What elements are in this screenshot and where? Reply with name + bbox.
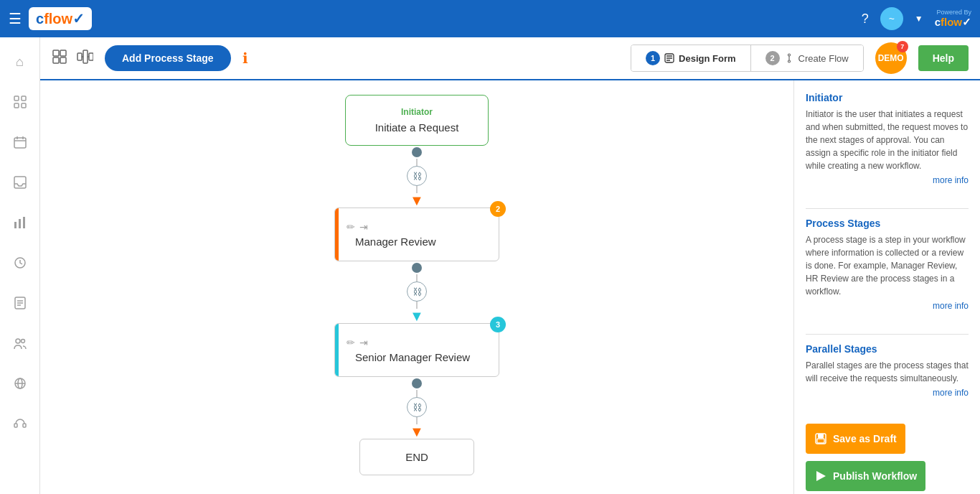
connector-line-5: [416, 390, 418, 397]
svg-rect-10: [19, 219, 21, 228]
tab2-label: Create Flow: [798, 53, 849, 64]
logo-text: cflow✓: [36, 10, 85, 27]
parallel-stages-section: Parallel Stages Parallel stages are the …: [806, 343, 969, 398]
save-draft-label: Save as Draft: [833, 433, 897, 444]
initiator-info-section: Initiator Initiator is the user that ini…: [806, 92, 969, 185]
publish-workflow-button[interactable]: Publish Workflow: [806, 461, 925, 491]
demo-avatar[interactable]: DEMO 7: [875, 42, 907, 74]
svg-rect-11: [23, 217, 25, 228]
sidebar-item-headset[interactable]: [7, 411, 33, 437]
connector-3: ⛓ ▼: [407, 377, 427, 439]
initiator-more-info[interactable]: more info: [806, 175, 969, 185]
sidebar-item-inbox[interactable]: [7, 169, 33, 195]
manager-accent: [335, 208, 339, 261]
notification-badge: 7: [897, 41, 908, 52]
forward-icon-2[interactable]: ⇥: [359, 337, 368, 348]
svg-point-38: [788, 60, 790, 62]
save-icon: [814, 432, 827, 445]
initiator-title: Initiate a Request: [374, 121, 459, 134]
sidebar-item-history[interactable]: [7, 250, 33, 276]
manager-review-node[interactable]: 2 ✏ ⇥ Manager Review: [334, 208, 499, 261]
connector-dot-3: [412, 378, 422, 388]
process-stages-more-info[interactable]: more info: [806, 301, 969, 311]
parallel-stages-more-info[interactable]: more info: [806, 388, 969, 398]
demo-avatar-wrapper: DEMO 7: [875, 42, 907, 74]
sidebar-item-reports[interactable]: [7, 290, 33, 316]
process-stages-text: A process stage is a step in your workfl…: [806, 233, 969, 298]
connector-arrow-1: ▼: [410, 193, 424, 208]
connector-dot-1: [412, 147, 422, 157]
svg-rect-2: [14, 103, 19, 108]
svg-rect-1: [22, 96, 26, 101]
sidebar-item-chart[interactable]: [7, 210, 33, 236]
help-button[interactable]: Help: [918, 45, 969, 71]
edit-icon-2[interactable]: ✏: [347, 337, 355, 348]
tab1-badge: 1: [646, 51, 660, 65]
help-circle-icon[interactable]: ?: [862, 11, 869, 27]
initiator-section-title: Initiator: [806, 92, 969, 103]
user-avatar[interactable]: ~: [880, 7, 903, 30]
tab-create-flow[interactable]: 2 Create Flow: [751, 45, 863, 71]
connector-1: ⛓ ▼: [407, 146, 427, 208]
left-sidebar: ⌂: [0, 37, 40, 494]
layout-icon-2[interactable]: [76, 49, 93, 68]
connector-line-1: [416, 159, 418, 166]
svg-rect-28: [77, 53, 82, 60]
toolbar: Add Process Stage ℹ 1 Design Form 2 Crea…: [40, 37, 980, 80]
svg-rect-3: [22, 103, 26, 108]
connector-link-1[interactable]: ⛓: [407, 166, 427, 186]
edit-icon[interactable]: ✏: [347, 221, 355, 233]
senior-manager-node[interactable]: 3 ✏ ⇥ Senior Manager Review: [334, 323, 499, 377]
svg-point-17: [16, 339, 20, 343]
sidebar-item-team[interactable]: [7, 330, 33, 356]
navbar: ☰ cflow✓ ? ~ ▼ Powered By cflow✓: [0, 0, 980, 37]
forward-icon[interactable]: ⇥: [359, 221, 368, 233]
svg-rect-9: [14, 222, 17, 228]
svg-rect-23: [23, 424, 26, 427]
sidebar-item-grid[interactable]: [7, 89, 33, 115]
svg-marker-43: [816, 471, 826, 481]
tab-design-form[interactable]: 1 Design Form: [631, 45, 750, 71]
senior-badge: 3: [490, 317, 506, 332]
svg-rect-4: [14, 138, 26, 148]
toolbar-icons: [52, 49, 93, 68]
save-draft-button[interactable]: Save as Draft: [806, 424, 905, 454]
svg-rect-22: [14, 424, 17, 427]
connector-link-3[interactable]: ⛓: [407, 397, 427, 417]
process-stages-section: Process Stages A process stage is a step…: [806, 218, 969, 311]
parallel-stages-text: Parallel stages are the process stages t…: [806, 359, 969, 385]
connector-arrow-3: ▼: [410, 424, 424, 439]
connector-arrow-2: ▼: [410, 309, 424, 323]
publish-icon: [814, 470, 827, 483]
info-icon[interactable]: ℹ: [242, 50, 248, 67]
tab1-label: Design Form: [679, 53, 735, 64]
layout-icon-1[interactable]: [52, 49, 67, 68]
manager-badge: 2: [490, 201, 506, 217]
svg-point-18: [21, 340, 24, 343]
chevron-down-icon[interactable]: ▼: [915, 14, 923, 24]
sidebar-item-globe[interactable]: [7, 370, 33, 396]
right-panel: Initiator Initiator is the user that ini…: [793, 80, 980, 494]
sidebar-item-home[interactable]: ⌂: [7, 49, 33, 75]
brand-name: cflow✓: [935, 16, 971, 29]
svg-rect-24: [53, 50, 59, 56]
connector-link-2[interactable]: ⛓: [407, 281, 427, 302]
powered-by-text: Powered By: [936, 9, 971, 16]
sidebar-item-calendar[interactable]: [7, 129, 33, 155]
add-process-stage-button[interactable]: Add Process Stage: [105, 45, 231, 71]
end-node: END: [359, 439, 474, 475]
divider-1: [806, 208, 969, 209]
end-label: END: [405, 451, 428, 463]
flow-canvas: Initiator Initiate a Request ⛓ ▼: [40, 80, 980, 494]
svg-rect-26: [53, 57, 59, 63]
hamburger-menu[interactable]: ☰: [9, 10, 22, 27]
svg-rect-30: [89, 53, 93, 60]
initiator-section-text: Initiator is the user that initiates a r…: [806, 108, 969, 172]
initiator-node[interactable]: Initiator Initiate a Request: [345, 95, 489, 146]
publish-label: Publish Workflow: [833, 470, 917, 482]
svg-rect-29: [83, 50, 88, 63]
svg-rect-25: [60, 50, 66, 56]
tab2-badge: 2: [765, 51, 780, 65]
logo: cflow✓: [29, 7, 92, 30]
save-draft-wrapper: ➜ Save as Draft: [806, 424, 969, 454]
